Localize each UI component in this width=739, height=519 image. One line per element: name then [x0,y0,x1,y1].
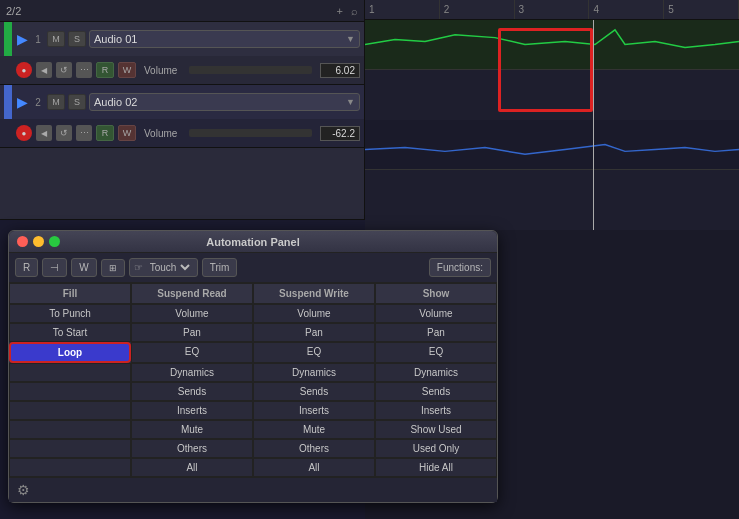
track-1-arrow: ▶ [15,22,29,56]
track-2-prev-btn[interactable]: ◀ [36,125,52,141]
track-1-rec-btn[interactable]: ● [16,62,32,78]
suspend-read-all[interactable]: All [131,458,253,477]
fill-to-start[interactable]: To Start [9,323,131,342]
fill-empty-5 [9,439,131,458]
fill-empty-6 [9,458,131,477]
show-sends[interactable]: Sends [375,382,497,401]
waveform-2-svg [365,120,739,169]
col-header-suspend-read: Suspend Read [131,283,253,304]
minimize-btn[interactable] [33,236,44,247]
show-pan[interactable]: Pan [375,323,497,342]
suspend-read-sends[interactable]: Sends [131,382,253,401]
track-1-vol-value[interactable]: 6.02 [320,63,360,78]
suspend-write-eq[interactable]: EQ [253,342,375,363]
maximize-btn[interactable] [49,236,60,247]
show-inserts[interactable]: Inserts [375,401,497,420]
suspend-write-all[interactable]: All [253,458,375,477]
track-1-chain-btn[interactable]: ⋯ [76,62,92,78]
track-1-m-btn[interactable]: M [47,31,65,47]
panel-title: Automation Panel [206,236,300,248]
track-1-fader[interactable] [189,66,312,74]
fill-to-punch[interactable]: To Punch [9,304,131,323]
automation-toolbar: R ⊣ W ⊞ ☞ Touch Latch Write Off Trim Fun… [9,253,497,283]
automation-grid: Fill Suspend Read Suspend Write Show To … [9,283,497,477]
waveform-1-svg [365,20,739,69]
ww-mode-btn[interactable]: ⊞ [101,259,125,277]
track-2-w-btn[interactable]: W [118,125,136,141]
fill-loop[interactable]: Loop [9,342,131,363]
mode-dropdown[interactable]: Touch Latch Write Off [146,261,193,274]
track-2-vol-value[interactable]: -62.2 [320,126,360,141]
suspend-read-volume[interactable]: Volume [131,304,253,323]
w-mode-btn[interactable]: W [71,258,96,277]
track-2-r-btn[interactable]: R [96,125,114,141]
track-2-loop-btn[interactable]: ↺ [56,125,72,141]
track-1-controls: ● ◀ ↺ ⋯ R W Volume 6.02 [0,56,364,84]
track-2-s-btn[interactable]: S [68,94,86,110]
track-1-prev-btn[interactable]: ◀ [36,62,52,78]
track-2-chain-btn[interactable]: ⋯ [76,125,92,141]
track-1-r-btn[interactable]: R [96,62,114,78]
track-1-w-btn[interactable]: W [118,62,136,78]
search-icon[interactable]: ⌕ [351,5,358,17]
track-2-name: Audio 02 [94,96,137,108]
suspend-read-pan[interactable]: Pan [131,323,253,342]
track-2-m-btn[interactable]: M [47,94,65,110]
suspend-write-sends[interactable]: Sends [253,382,375,401]
track-1-block: ▶ 1 M S Audio 01 ▼ ● ◀ ↺ ⋯ R W Volume 6.… [0,22,364,85]
suspend-write-inserts[interactable]: Inserts [253,401,375,420]
track-1-num: 1 [32,34,44,45]
track-2-rec-btn[interactable]: ● [16,125,32,141]
ruler-2: 2 [440,0,515,19]
r-mode-btn[interactable]: R [15,258,38,277]
suspend-write-pan[interactable]: Pan [253,323,375,342]
track-1-name-box[interactable]: Audio 01 ▼ [89,30,360,48]
close-btn[interactable] [17,236,28,247]
show-used-only[interactable]: Used Only [375,439,497,458]
track-header: 2/2 + ⌕ [0,0,364,22]
fill-empty-1 [9,363,131,382]
touch-mode-select[interactable]: ☞ Touch Latch Write Off [129,258,198,277]
track-2-block: ▶ 2 M S Audio 02 ▼ ● ◀ ↺ ⋯ R W Volume -6… [0,85,364,148]
fill-empty-3 [9,401,131,420]
show-volume[interactable]: Volume [375,304,497,323]
suspend-read-dynamics[interactable]: Dynamics [131,363,253,382]
suspend-read-others[interactable]: Others [131,439,253,458]
show-dynamics[interactable]: Dynamics [375,363,497,382]
show-show-used[interactable]: Show Used [375,420,497,439]
track-2-color [4,85,12,119]
traffic-lights [17,236,60,247]
suspend-write-dynamics[interactable]: Dynamics [253,363,375,382]
header-icons: + ⌕ [337,5,358,17]
track-2-name-box[interactable]: Audio 02 ▼ [89,93,360,111]
col-header-fill: Fill [9,283,131,304]
track-1-loop-btn[interactable]: ↺ [56,62,72,78]
fill-empty-4 [9,420,131,439]
suspend-write-others[interactable]: Others [253,439,375,458]
trim-btn[interactable]: Trim [202,258,238,277]
suspend-write-mute[interactable]: Mute [253,420,375,439]
track-2-row: ▶ 2 M S Audio 02 ▼ [0,85,364,119]
suspend-write-volume[interactable]: Volume [253,304,375,323]
col-header-suspend-write: Suspend Write [253,283,375,304]
track-count: 2/2 [6,5,21,17]
track-1-s-btn[interactable]: S [68,31,86,47]
track-2-arrow: ▶ [15,85,29,119]
show-hide-all[interactable]: Hide All [375,458,497,477]
timeline-area: 1 2 3 4 5 [365,0,739,230]
functions-btn[interactable]: Functions: [429,258,491,277]
add-icon[interactable]: + [337,5,343,17]
ruler: 1 2 3 4 5 [365,0,739,20]
track-2-controls: ● ◀ ↺ ⋯ R W Volume -62.2 [0,119,364,147]
suspend-read-mute[interactable]: Mute [131,420,253,439]
gear-icon[interactable]: ⚙ [17,482,30,498]
ruler-1: 1 [365,0,440,19]
track-1-name: Audio 01 [94,33,137,45]
suspend-read-inserts[interactable]: Inserts [131,401,253,420]
trim-icon-btn[interactable]: ⊣ [42,258,67,277]
suspend-read-eq[interactable]: EQ [131,342,253,363]
touch-icon: ☞ [134,262,143,273]
track-2-fader[interactable] [189,129,312,137]
show-eq[interactable]: EQ [375,342,497,363]
track-2-num: 2 [32,97,44,108]
